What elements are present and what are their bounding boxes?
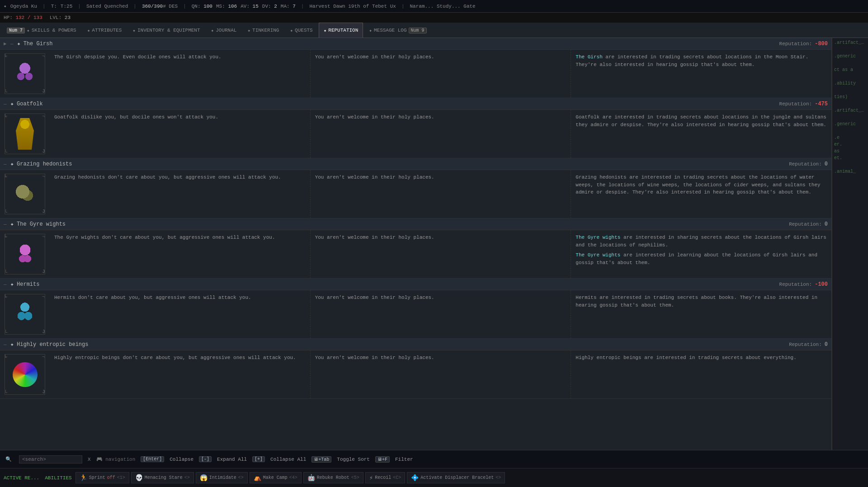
- faction-entropic-desc: Highly entropic beings don't care about …: [50, 350, 311, 398]
- faction-goatfolk-welcome: You aren't welcome in their holy places.: [311, 110, 571, 158]
- ability-make-camp[interactable]: ⛺ Make Camp <4>: [250, 472, 302, 483]
- faction-hermits-rep-val: -100: [815, 281, 828, 288]
- faction-hermits-rep-label: Reputation:: [779, 282, 812, 287]
- faction-goatfolk-name: Goatfolk: [17, 101, 777, 107]
- ability-bar: ACTIVE RE... ABILITIES 🏃 Sprint off <1> …: [0, 468, 868, 487]
- ability-intimidate-key: <>: [238, 475, 244, 480]
- faction-gyre-details: ⌐ ¬ L J The Gyre wights don't care about…: [0, 230, 831, 279]
- faction-gyre-sprite: [13, 240, 38, 269]
- faction-goatfolk-symbol: ✦: [10, 100, 14, 108]
- faction-gyre-symbol: ✦: [10, 220, 14, 228]
- sidebar-item-19: .animal_: [833, 169, 867, 175]
- sidebar-item-13: [833, 128, 867, 134]
- faction-entropic-symbol: ✦: [10, 340, 14, 348]
- faction-hermits-sprite-frame: ⌐ ¬ L J: [5, 294, 45, 335]
- minus-action: Expand All: [217, 457, 247, 462]
- search-clear-button[interactable]: X: [88, 457, 91, 462]
- faction-hermits-name: Hermits: [17, 281, 777, 288]
- ability-recoil-label: Recoil: [375, 475, 391, 480]
- tab-navigation: Num 7 ✦ SKILLS & POWERS ✦ ATTRIBUTES ✦ I…: [0, 23, 868, 38]
- faction-hermits-welcome: You aren't welcome in their holy places.: [311, 290, 571, 338]
- faction-grazing-dash: —: [4, 161, 7, 167]
- plus-key: [+]: [252, 456, 265, 462]
- faction-grazing-header[interactable]: — ✦ Grazing hedonists Reputation: 0: [0, 158, 831, 170]
- lvl-label: LVL: 23: [50, 15, 71, 20]
- sidebar-item-2: .generic: [833, 53, 867, 59]
- faction-hermits-dash: —: [4, 282, 7, 287]
- faction-grazing-details: ⌐ ¬ L J Grazing hedonists don't care abo…: [0, 170, 831, 218]
- faction-gyre-header[interactable]: — ✦ The Gyre wights Reputation: 0: [0, 218, 831, 230]
- tab-icon-quests: ✦: [290, 28, 293, 33]
- ability-sprint[interactable]: 🏃 Sprint off <1>: [75, 472, 129, 483]
- menacing-stare-icon: 💀: [135, 474, 143, 482]
- tab-tinkering[interactable]: ✦ TINKERING: [242, 23, 284, 38]
- sidebar-item-5: [833, 74, 867, 80]
- faction-gyre: — ✦ The Gyre wights Reputation: 0 ⌐ ¬ L …: [0, 218, 831, 279]
- search-icon: 🔍: [5, 456, 12, 462]
- faction-hermits-header[interactable]: — ✦ Hermits Reputation: -100: [0, 279, 831, 290]
- sidebar-item-11: [833, 114, 867, 120]
- tab-messagelog[interactable]: ✦ MESSAGE LOG Num 9: [364, 23, 431, 38]
- search-input[interactable]: [19, 455, 82, 463]
- faction-girsh-rep-label: Reputation:: [779, 41, 812, 47]
- tab-inventory[interactable]: ✦ INVENTORY & EQUIPMENT: [127, 23, 205, 38]
- tab-journal[interactable]: ✦ JOURNAL: [206, 23, 242, 38]
- active-rep-label: ACTIVE RE...: [4, 475, 39, 481]
- tab-skills[interactable]: Num 7 ✦ SKILLS & POWERS: [2, 23, 81, 38]
- sidebar-item-6: .ability: [833, 80, 867, 86]
- sidebar-item-15: er.: [833, 142, 867, 147]
- faction-girsh-sprite-frame: ⌐ ¬ L J: [5, 53, 45, 94]
- tab-action: Toggle Sort: [337, 457, 370, 462]
- faction-gyre-rep-val: 0: [825, 221, 828, 227]
- tab-icon-attributes: ✦: [87, 28, 90, 33]
- ability-sprint-state: off: [107, 475, 115, 480]
- ability-displacer-bracelet-label: Activate Displacer Bracelet: [420, 475, 494, 480]
- tab-label-attributes: ATTRIBUTES: [92, 28, 122, 33]
- tab-label-journal: JOURNAL: [216, 28, 236, 33]
- faction-entropic-rep-label: Reputation:: [789, 342, 822, 347]
- ability-menacing-stare-key: <>: [184, 475, 190, 480]
- faction-entropic-welcome: You aren't welcome in their holy places.: [311, 350, 571, 398]
- tab-attributes[interactable]: ✦ ATTRIBUTES: [82, 23, 127, 38]
- ability-recoil[interactable]: ⚡ Recoil <C>: [365, 472, 405, 483]
- player-icon: ✦: [4, 3, 7, 9]
- faction-goatfolk-header[interactable]: — ✦ Goatfolk Reputation: -475: [0, 98, 831, 110]
- faction-grazing-rep-val: 0: [825, 161, 828, 167]
- sidebar-item-4: ct as a: [833, 67, 867, 73]
- nav-icon: 🎮: [96, 457, 103, 462]
- sidebar-item-16: as: [833, 148, 867, 154]
- nav-hint: 🎮 navigation: [96, 456, 136, 462]
- faction-hermits: — ✦ Hermits Reputation: -100 ⌐ ¬ L J Her…: [0, 279, 831, 339]
- plus-action: Collapse All: [270, 457, 306, 462]
- tab-icon-skills: ✦: [27, 28, 30, 33]
- ability-intimidate[interactable]: 😱 Intimidate <>: [196, 472, 248, 483]
- faction-entropic-sprite-container: ⌐ ¬ L J: [0, 350, 50, 398]
- faction-goatfolk-sprite: [14, 118, 36, 150]
- time-label: T:: [51, 4, 57, 9]
- ability-displacer-bracelet[interactable]: 💠 Activate Displacer Bracelet <>: [407, 472, 505, 483]
- faction-entropic-details: ⌐ ¬ L J Highly entropic beings don't car…: [0, 350, 831, 399]
- faction-hermits-sprite-container: ⌐ ¬ L J: [0, 290, 50, 338]
- tab-reputation[interactable]: ✦ REPUTATION: [319, 23, 363, 38]
- tab-num-messagelog: Num 9: [409, 28, 427, 33]
- faction-girsh-name: The Girsh: [24, 41, 777, 47]
- faction-entropic-header[interactable]: — ✦ Highly entropic beings Reputation: 0: [0, 339, 831, 350]
- main-content: ▶ — ✦ The Girsh Reputation: -800 ⌐ ¬ L J: [0, 38, 868, 450]
- ability-intimidate-label: Intimidate: [209, 475, 236, 480]
- ability-menacing-stare[interactable]: 💀 Menacing Stare <>: [131, 472, 194, 483]
- faction-girsh-symbol: ✦: [17, 40, 20, 47]
- status-text: Sated Quenched: [86, 4, 128, 9]
- faction-gyre-sprite-container: ⌐ ¬ L J: [0, 230, 50, 278]
- nav-label: navigation: [105, 457, 135, 462]
- ability-rebuke-robot[interactable]: 🤖 Rebuke Robot <5>: [303, 472, 363, 483]
- tab-quests[interactable]: ✦ QUESTS: [285, 23, 317, 38]
- ability-recoil-key: <C>: [393, 475, 401, 480]
- displacer-bracelet-icon: 💠: [411, 474, 419, 482]
- faction-grazing-sprite-frame: ⌐ ¬ L J: [5, 174, 45, 214]
- faction-girsh-header[interactable]: ▶ — ✦ The Girsh Reputation: -800: [0, 38, 831, 50]
- tab-icon-reputation: ✦: [324, 28, 327, 33]
- top-status-bar: ✦ Ogeyda Ku | T:T:25 | Sated Quenched | …: [0, 0, 868, 13]
- reputation-panel: ▶ — ✦ The Girsh Reputation: -800 ⌐ ¬ L J: [0, 38, 832, 450]
- recoil-icon: ⚡: [369, 474, 373, 482]
- sidebar-item-3: [833, 60, 867, 66]
